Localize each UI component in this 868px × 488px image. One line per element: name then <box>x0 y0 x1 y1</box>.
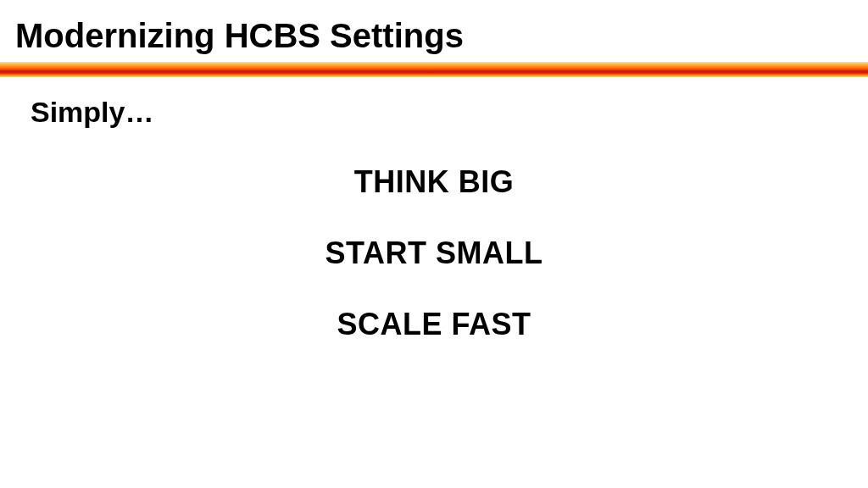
slide-title: Modernizing HCBS Settings <box>0 0 868 62</box>
subheading: Simply… <box>0 77 868 129</box>
line-think-big: THINK BIG <box>0 164 868 200</box>
divider-bar <box>0 62 868 77</box>
line-scale-fast: SCALE FAST <box>0 307 868 342</box>
line-start-small: START SMALL <box>0 236 868 271</box>
center-content: THINK BIG START SMALL SCALE FAST <box>0 164 868 342</box>
